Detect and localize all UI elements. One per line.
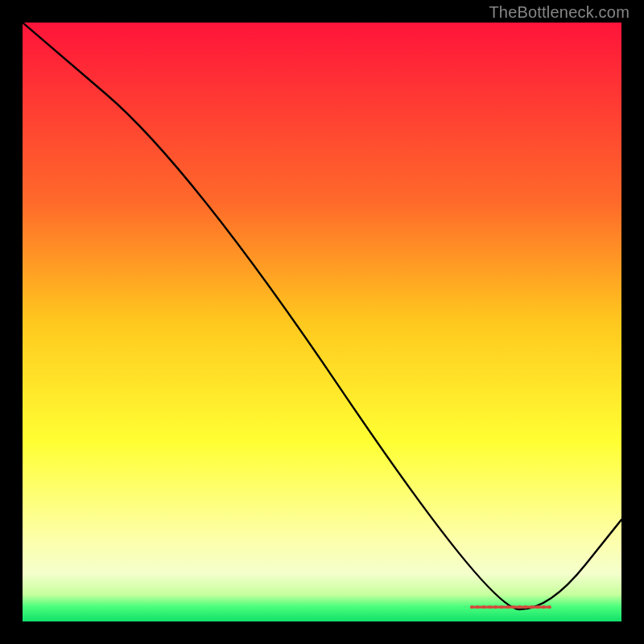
- highlight-marker: [548, 605, 551, 609]
- highlight-marker-group: [470, 605, 551, 609]
- gradient-background: [23, 23, 621, 621]
- highlight-marker: [476, 605, 479, 609]
- highlight-marker: [470, 605, 473, 609]
- chart-container: [23, 23, 621, 621]
- highlight-marker: [530, 605, 533, 609]
- highlight-marker: [542, 605, 545, 609]
- watermark-text: TheBottleneck.com: [489, 3, 630, 22]
- highlight-marker: [500, 605, 503, 609]
- highlight-marker: [506, 605, 510, 609]
- highlight-marker: [518, 605, 521, 609]
- highlight-marker: [488, 605, 491, 609]
- highlight-marker: [536, 605, 539, 609]
- highlight-marker: [494, 605, 497, 609]
- highlight-marker: [482, 605, 485, 609]
- chart-svg: [23, 23, 621, 621]
- highlight-marker: [512, 605, 515, 609]
- highlight-marker: [524, 605, 527, 609]
